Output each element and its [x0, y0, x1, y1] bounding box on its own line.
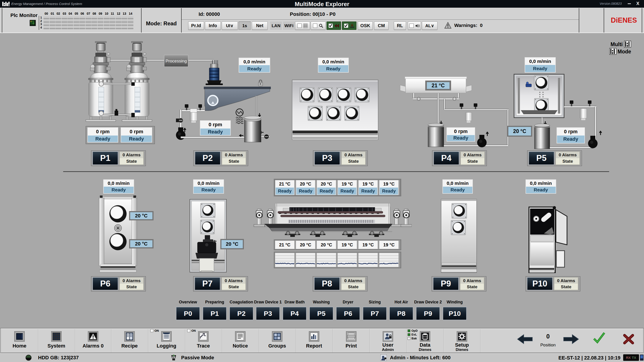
svg-text:Processing: Processing — [166, 59, 187, 63]
